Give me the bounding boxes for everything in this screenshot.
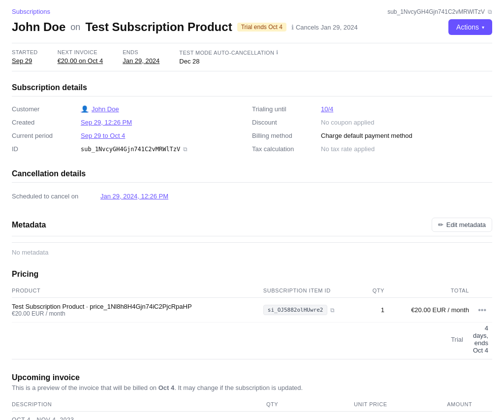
cancellation-details-title: Cancellation details [12,169,492,183]
copy-sub-id-button[interactable]: ⧉ [488,8,492,15]
trial-empty-cell [12,323,388,359]
next-invoice-value[interactable]: €20.00 on Oct 4 [58,57,103,65]
subscription-details-section: Subscription details Customer 👤 John Doe… [12,83,492,156]
cancellation-details-section: Cancellation details Scheduled to cancel… [12,169,492,204]
next-invoice-label: Next invoice [58,49,103,55]
col-total: Total [388,285,473,298]
col-qty: QTY [367,285,388,298]
customer-label: Customer [12,105,81,113]
pricing-section: Pricing Product Subscription Item ID QTY… [12,270,492,359]
meta-row: Started Sep 29 Next invoice €20.00 on Oc… [12,43,492,71]
billing-method-label: Billing method [252,132,321,139]
top-bar: Subscriptions sub_1NvcyGH4Gjn741C2vMRWlT… [12,0,492,19]
cancel-scheduled-row: Scheduled to cancel on Jan 29, 2024, 12:… [12,189,492,204]
metadata-section: Metadata ✏ Edit metadata No metadata [12,218,492,256]
pricing-item-id-cell: si_OJ5882olHUwre2 ⧉ [263,298,367,323]
breadcrumb[interactable]: Subscriptions [12,8,50,15]
detail-discount: Discount No coupon applied [252,116,492,129]
upcoming-table-header: Description QTY Unit Price Amount [12,398,492,412]
meta-started: Started Sep 29 [12,49,38,65]
detail-billing-method: Billing method Charge default payment me… [252,129,492,142]
title-left: John Doe on Test Subscription Product Tr… [12,20,358,34]
upcoming-invoice-table: Description QTY Unit Price Amount Oct 4 … [12,398,492,420]
scheduled-value[interactable]: Jan 29, 2024, 12:26 PM [100,193,168,200]
upcoming-invoice-section: Upcoming invoice This is a preview of th… [12,373,492,420]
copy-item-id-button[interactable]: ⧉ [330,307,335,314]
metadata-title: Metadata [12,221,46,229]
subscription-item-id: si_OJ5882olHUwre2 [263,305,328,315]
meta-test-mode: Test mode auto-cancellation ℹ Dec 28 [179,49,278,65]
test-mode-info-icon: ℹ [276,49,278,56]
date-range-row: Oct 4 - Nov 4, 2023 [12,412,492,420]
col-product: Product [12,285,263,298]
ends-label: Ends [123,49,159,55]
current-period-label: Current period [12,132,81,139]
started-label: Started [12,49,38,55]
person-icon: 👤 [81,105,89,113]
test-mode-label: Test mode auto-cancellation ℹ [179,49,278,56]
date-range-cell: Oct 4 - Nov 4, 2023 [12,412,492,420]
pencil-icon: ✏ [438,221,443,228]
subscription-id-text: sub_1NvcyGH4Gjn741C2vMRWlTzV [387,8,485,15]
trial-row: Trial 4 days, ends Oct 4 [12,323,492,359]
pricing-table-header: Product Subscription Item ID QTY Total [12,285,492,298]
trial-badge: Trial ends Oct 4 [237,23,286,32]
pricing-product-cell: Test Subscription Product · price_1Nl8h8… [12,298,263,323]
col-unit-price: Unit Price [282,398,391,412]
upcoming-invoice-title: Upcoming invoice [12,373,492,382]
ends-value[interactable]: Jan 29, 2024 [123,57,159,65]
edit-metadata-button[interactable]: ✏ Edit metadata [432,218,492,232]
detail-trialing-until: Trialing until 10/4 [252,102,492,116]
upcoming-invoice-subtitle: This is a preview of the invoice that wi… [12,384,492,391]
actions-button[interactable]: Actions ▾ [448,19,492,35]
customer-value[interactable]: 👤 John Doe [81,105,119,113]
pricing-qty-cell: 1 [367,298,388,323]
detail-current-period: Current period Sep 29 to Oct 4 [12,129,252,142]
started-value[interactable]: Sep 29 [12,57,38,65]
pricing-product-name: Test Subscription Product · price_1Nl8h8… [12,303,259,310]
product-name-title: Test Subscription Product [85,20,232,34]
copy-id-button[interactable]: ⧉ [183,146,188,153]
meta-ends: Ends Jan 29, 2024 [123,49,159,65]
pricing-table-row: Test Subscription Product · price_1Nl8h8… [12,298,492,323]
details-left-col: Customer 👤 John Doe Created Sep 29, 12:2… [12,102,252,156]
col-description: Description [12,398,236,412]
subscription-details-grid: Customer 👤 John Doe Created Sep 29, 12:2… [12,102,492,156]
trialing-until-value[interactable]: 10/4 [321,105,333,113]
details-right-col: Trialing until 10/4 Discount No coupon a… [252,102,492,156]
pricing-row-options-button[interactable]: ••• [476,306,488,315]
metadata-header-row: Metadata ✏ Edit metadata [12,218,492,236]
billing-method-value: Charge default payment method [321,132,412,139]
detail-tax-calculation: Tax calculation No tax rate applied [252,142,492,156]
on-text: on [70,22,80,32]
current-period-value[interactable]: Sep 29 to Oct 4 [81,132,125,139]
title-row: John Doe on Test Subscription Product Tr… [12,19,492,35]
test-mode-value: Dec 28 [179,58,278,65]
actions-label: Actions [456,23,479,31]
col-subscription-item-id: Subscription Item ID [263,285,367,298]
col-amount: Amount [391,398,476,412]
pricing-product-sub: €20.00 EUR / month [12,310,259,317]
cancels-badge: ℹ Cancels Jan 29, 2024 [291,24,358,31]
subscription-details-title: Subscription details [12,83,492,97]
pricing-row-options-cell: ••• [473,298,492,323]
created-value[interactable]: Sep 29, 12:26 PM [81,119,132,126]
tax-calculation-value: No tax rate applied [321,145,375,153]
chevron-down-icon: ▾ [482,25,484,30]
metadata-divider [12,242,492,243]
id-label: ID [12,145,81,153]
no-metadata-text: No metadata [12,249,492,256]
sub-item-id-container: si_OJ5882olHUwre2 ⧉ [263,305,363,315]
trial-value: 4 days, ends Oct 4 [473,323,492,359]
id-value: sub_1NvcyGH4Gjn741C2vMRWlTzV ⧉ [81,145,188,153]
customer-name: John Doe [12,20,65,34]
subscription-id-area: sub_1NvcyGH4Gjn741C2vMRWlTzV ⧉ [387,8,492,15]
info-icon: ℹ [291,24,294,31]
discount-value: No coupon applied [321,119,374,126]
detail-created: Created Sep 29, 12:26 PM [12,116,252,129]
col-inv-qty: QTY [236,398,282,412]
pricing-total-cell: €20.00 EUR / month [388,298,473,323]
created-label: Created [12,119,81,126]
meta-next-invoice: Next invoice €20.00 on Oct 4 [58,49,103,65]
tax-calculation-label: Tax calculation [252,145,321,153]
